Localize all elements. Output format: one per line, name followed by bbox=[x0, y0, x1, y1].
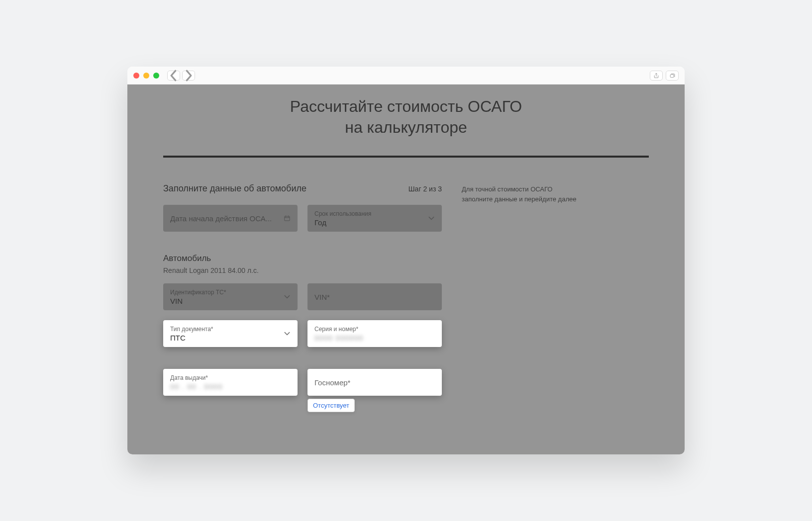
document-type-value: ПТС bbox=[170, 334, 291, 342]
issue-date-label: Дата выдачи* bbox=[170, 374, 291, 381]
chevron-right-icon bbox=[183, 70, 195, 82]
usage-period-value: Год bbox=[314, 218, 435, 227]
page-title-line2: на калькуляторе bbox=[345, 118, 467, 136]
titlebar-actions bbox=[650, 71, 679, 81]
maximize-window-button[interactable] bbox=[153, 73, 159, 79]
nav-forward-button[interactable] bbox=[182, 71, 195, 81]
vehicle-section-title: Автомобиль bbox=[163, 254, 442, 263]
document-type-label: Тип документа* bbox=[170, 326, 291, 333]
usage-period-label: Срок использования bbox=[314, 210, 435, 217]
vehicle-summary: Renault Logan 2011 84.00 л.с. bbox=[163, 266, 442, 274]
document-series-number-label: Серия и номер* bbox=[314, 326, 435, 333]
document-series-number-value: 0000 000000 bbox=[314, 334, 435, 342]
form-main: Заполните данные об автомобиле Шаг 2 из … bbox=[163, 183, 442, 406]
usage-period-select[interactable]: Срок использования Год bbox=[307, 205, 442, 232]
issue-date-value: 00 . 00 . 0000 bbox=[170, 382, 291, 391]
section-divider bbox=[163, 156, 649, 158]
window-titlebar bbox=[127, 67, 685, 85]
form-section-title: Заполните данные об автомобиле bbox=[163, 183, 306, 194]
policy-start-date-field[interactable]: Дата начала действия ОСА... bbox=[163, 205, 298, 232]
tabs-icon bbox=[669, 73, 675, 79]
window-controls bbox=[133, 73, 159, 79]
tabs-button[interactable] bbox=[666, 71, 679, 81]
license-plate-label: Госномер* bbox=[314, 378, 435, 387]
vin-placeholder: VIN* bbox=[314, 293, 435, 301]
svg-rect-0 bbox=[670, 74, 674, 77]
share-icon bbox=[653, 73, 659, 79]
page-title: Рассчитайте стоимость ОСАГО на калькулят… bbox=[127, 96, 685, 138]
sidebar-hint-line2: заполните данные и перейдите далее bbox=[462, 195, 576, 203]
minimize-window-button[interactable] bbox=[143, 73, 149, 79]
vin-input[interactable]: VIN* bbox=[307, 283, 442, 310]
document-type-select[interactable]: Тип документа* ПТС bbox=[163, 320, 298, 347]
document-series-number-input[interactable]: Серия и номер* 0000 000000 bbox=[307, 320, 442, 347]
viewport: Рассчитайте стоимость ОСАГО на калькулят… bbox=[127, 85, 685, 454]
sidebar-hint-line1: Для точной стоимости ОСАГО bbox=[462, 185, 552, 193]
policy-start-placeholder: Дата начала действия ОСА... bbox=[170, 214, 291, 223]
share-button[interactable] bbox=[650, 71, 663, 81]
step-indicator: Шаг 2 из 3 bbox=[408, 185, 442, 193]
license-plate-input[interactable]: Госномер* Отсутствует bbox=[307, 369, 442, 396]
vehicle-id-type-select[interactable]: Идентификатор ТС* VIN bbox=[163, 283, 298, 310]
page-content: Рассчитайте стоимость ОСАГО на калькулят… bbox=[127, 85, 685, 406]
form-sidebar: Для точной стоимости ОСАГО заполните дан… bbox=[462, 183, 601, 406]
issue-date-input[interactable]: Дата выдачи* 00 . 00 . 0000 bbox=[163, 369, 298, 396]
close-window-button[interactable] bbox=[133, 73, 139, 79]
nav-back-button[interactable] bbox=[167, 71, 180, 81]
nav-buttons bbox=[167, 71, 195, 81]
vehicle-id-type-value: VIN bbox=[170, 297, 291, 305]
plate-absent-badge[interactable]: Отсутствует bbox=[307, 399, 355, 412]
chevron-left-icon bbox=[168, 70, 180, 82]
page-title-line1: Рассчитайте стоимость ОСАГО bbox=[290, 97, 522, 115]
vehicle-id-type-label: Идентификатор ТС* bbox=[170, 289, 291, 296]
browser-window: Рассчитайте стоимость ОСАГО на калькулят… bbox=[127, 67, 685, 454]
